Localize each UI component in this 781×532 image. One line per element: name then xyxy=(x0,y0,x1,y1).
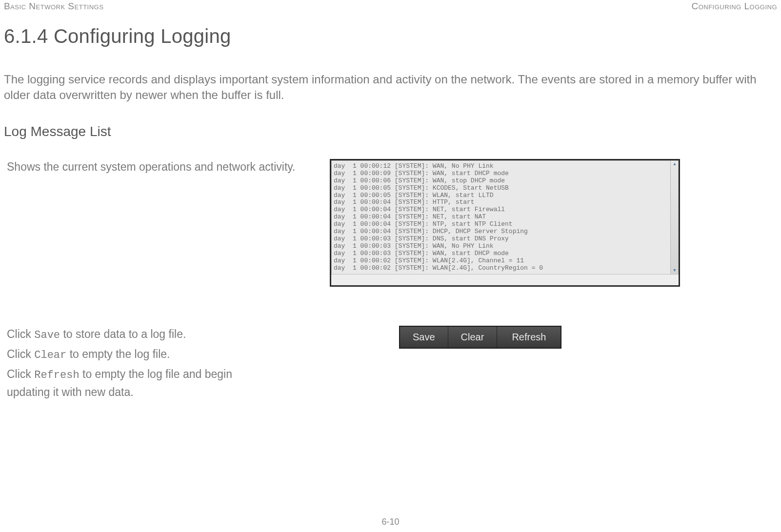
text: Click xyxy=(7,348,34,360)
button-bar: Save Clear Refresh xyxy=(399,326,561,349)
save-cmd: Save xyxy=(34,329,60,341)
log-line: day 1 00:00:04 [SYSTEM]: DHCP, DHCP Serv… xyxy=(334,228,669,236)
log-line: day 1 00:00:02 [SYSTEM]: WLAN[2.4G], Cha… xyxy=(334,257,669,265)
log-line: day 1 00:00:02 [SYSTEM]: WLAN[2.4G], Cou… xyxy=(334,265,669,272)
log-line: day 1 00:00:05 [SYSTEM]: WLAN, start LLT… xyxy=(334,192,669,199)
button-instructions-row: Click Save to store data to a log file. … xyxy=(4,326,777,403)
page-number: 6-10 xyxy=(0,517,781,527)
log-line: day 1 00:00:04 [SYSTEM]: NET, start Fire… xyxy=(334,206,669,214)
refresh-instruction: Click Refresh to empty the log file and … xyxy=(7,366,267,401)
header-right: Configuring Logging xyxy=(691,1,777,12)
log-section: Shows the current system operations and … xyxy=(4,159,777,287)
log-footer xyxy=(331,275,679,285)
log-description: Shows the current system operations and … xyxy=(4,159,316,175)
log-line: day 1 00:00:09 [SYSTEM]: WAN, start DHCP… xyxy=(334,170,669,177)
clear-cmd: Clear xyxy=(34,349,66,361)
refresh-cmd: Refresh xyxy=(34,369,79,381)
log-panel: day 1 00:00:12 [SYSTEM]: WAN, No PHY Lin… xyxy=(330,159,680,287)
log-line: day 1 00:00:03 [SYSTEM]: WAN, start DHCP… xyxy=(334,250,669,257)
scroll-up-icon[interactable]: ▲ xyxy=(672,161,678,167)
log-line: day 1 00:00:04 [SYSTEM]: NET, start NAT xyxy=(334,214,669,221)
text: Click xyxy=(7,368,34,380)
intro-paragraph: The logging service records and displays… xyxy=(4,72,777,103)
text: Click xyxy=(7,328,34,340)
button-instructions: Click Save to store data to a log file. … xyxy=(4,326,267,403)
text: to empty the log file. xyxy=(66,348,170,360)
subheading-log-message-list: Log Message List xyxy=(4,124,777,139)
log-scrollbar[interactable]: ▲ ▼ xyxy=(670,161,678,274)
save-instruction: Click Save to store data to a log file. xyxy=(7,326,267,344)
refresh-button[interactable]: Refresh xyxy=(497,327,561,348)
page-title: 6.1.4 Configuring Logging xyxy=(4,25,777,47)
log-line: day 1 00:00:05 [SYSTEM]: KCODES, Start N… xyxy=(334,185,669,192)
log-line: day 1 00:00:03 [SYSTEM]: WAN, No PHY Lin… xyxy=(334,243,669,250)
log-textarea[interactable]: day 1 00:00:12 [SYSTEM]: WAN, No PHY Lin… xyxy=(331,160,679,275)
log-line: day 1 00:00:12 [SYSTEM]: WAN, No PHY Lin… xyxy=(334,163,669,170)
log-line: day 1 00:00:06 [SYSTEM]: WAN, stop DHCP … xyxy=(334,177,669,185)
clear-instruction: Click Clear to empty the log file. xyxy=(7,346,267,364)
header-left: Basic Network Settings xyxy=(4,1,103,12)
save-button[interactable]: Save xyxy=(400,327,448,348)
scroll-down-icon[interactable]: ▼ xyxy=(672,268,678,274)
page-header: Basic Network Settings Configuring Loggi… xyxy=(4,1,777,12)
log-line: day 1 00:00:03 [SYSTEM]: DNS, start DNS … xyxy=(334,236,669,243)
text: to store data to a log file. xyxy=(60,328,186,340)
log-line: day 1 00:00:04 [SYSTEM]: NTP, start NTP … xyxy=(334,221,669,228)
clear-button[interactable]: Clear xyxy=(448,327,498,348)
log-line: day 1 00:00:04 [SYSTEM]: HTTP, start xyxy=(334,199,669,206)
